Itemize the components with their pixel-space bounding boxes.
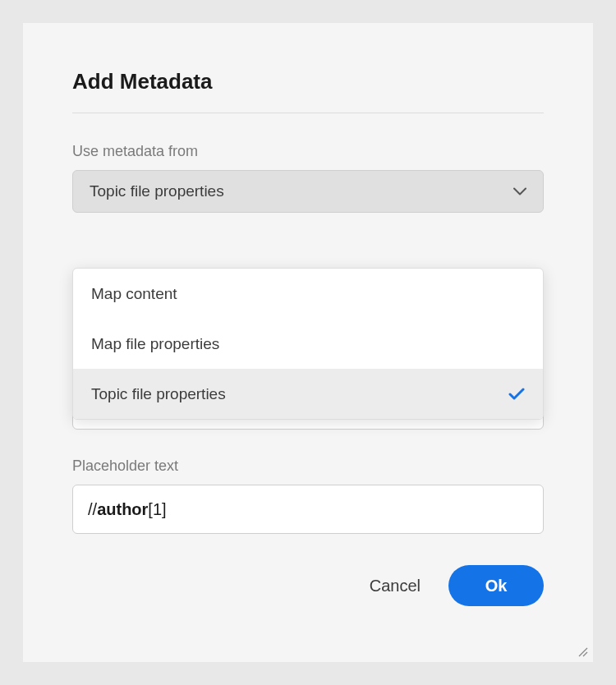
metadata-source-value: Topic file properties <box>90 182 224 200</box>
chevron-down-icon <box>513 187 526 195</box>
add-metadata-dialog: Add Metadata Use metadata from Topic fil… <box>23 23 593 662</box>
svg-line-0 <box>579 648 587 656</box>
placeholder-text-label: Placeholder text <box>72 457 544 475</box>
dialog-footer: Cancel Ok <box>370 565 544 606</box>
title-divider <box>72 113 544 113</box>
dropdown-option-label: Map content <box>91 285 177 303</box>
placeholder-value-bold: author <box>97 500 148 519</box>
metadata-source-select[interactable]: Topic file properties <box>72 170 544 213</box>
dropdown-option-map-file-properties[interactable]: Map file properties <box>73 319 543 369</box>
placeholder-text-input[interactable]: //author[1] <box>72 485 544 534</box>
dropdown-option-topic-file-properties[interactable]: Topic file properties <box>73 369 543 419</box>
check-icon <box>508 388 525 401</box>
dropdown-option-map-content[interactable]: Map content <box>73 269 543 319</box>
dropdown-option-label: Topic file properties <box>91 385 226 403</box>
placeholder-value-suffix: [1] <box>148 500 166 519</box>
svg-line-1 <box>583 652 587 656</box>
placeholder-text-section: Placeholder text //author[1] <box>72 457 544 534</box>
ok-button[interactable]: Ok <box>448 565 544 606</box>
cancel-button[interactable]: Cancel <box>370 577 421 595</box>
placeholder-value-prefix: // <box>88 500 97 519</box>
dropdown-option-label: Map file properties <box>91 335 219 353</box>
metadata-source-dropdown: Map content Map file properties Topic fi… <box>72 268 544 420</box>
metadata-source-label: Use metadata from <box>72 143 544 160</box>
dialog-title: Add Metadata <box>72 69 544 94</box>
resize-handle-icon[interactable] <box>577 646 588 657</box>
